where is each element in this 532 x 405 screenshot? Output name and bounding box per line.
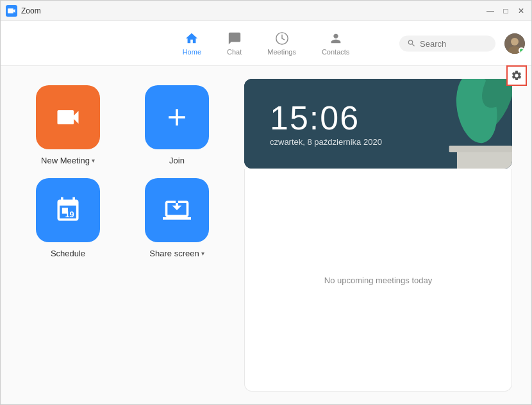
chat-tab-label: Chat (227, 48, 242, 56)
schedule-label: Schedule (51, 249, 85, 258)
chat-icon (228, 31, 242, 45)
titlebar-logo: Zoom (6, 5, 41, 17)
video-camera-icon (54, 103, 82, 131)
maximize-button[interactable]: □ (501, 6, 511, 16)
contacts-tab-label: Contacts (322, 48, 349, 56)
nav-tabs: Home Chat Meetings (170, 26, 363, 61)
schedule-item: 19 Schedule (20, 178, 116, 258)
share-screen-button[interactable] (145, 178, 209, 242)
share-screen-item: Share screen ▾ (129, 178, 225, 258)
share-screen-label: Share screen ▾ (149, 249, 204, 258)
navbar: Home Chat Meetings (1, 21, 531, 66)
share-screen-caret: ▾ (201, 250, 204, 257)
right-panel: 15:06 czwartek, 8 października 2020 No u… (244, 79, 512, 392)
join-label: Join (169, 156, 185, 165)
titlebar-controls: — □ ✕ (485, 6, 526, 16)
app-title: Zoom (21, 6, 41, 15)
clock-card: 15:06 czwartek, 8 października 2020 (244, 79, 512, 169)
upcoming-meetings-card: No upcoming meetings today (244, 169, 512, 392)
new-meeting-item: New Meeting ▾ (20, 85, 116, 165)
svg-text:19: 19 (65, 210, 74, 219)
search-icon (407, 39, 416, 48)
plus-icon (163, 103, 191, 131)
meetings-icon (275, 31, 289, 45)
avatar-wrap (504, 33, 525, 54)
join-button[interactable] (145, 85, 209, 149)
share-screen-icon (163, 196, 191, 224)
app-window: Zoom — □ ✕ Home Chat (0, 0, 532, 405)
clock-content: 15:06 czwartek, 8 października 2020 (270, 101, 382, 147)
contacts-icon (329, 31, 343, 45)
home-icon (185, 31, 199, 45)
zoom-logo-icon (6, 5, 17, 17)
gear-icon (511, 70, 522, 81)
tab-home[interactable]: Home (170, 26, 214, 61)
settings-button[interactable] (506, 65, 527, 86)
svg-point-3 (511, 38, 519, 45)
join-item: Join (129, 85, 225, 165)
new-meeting-button[interactable] (36, 85, 100, 149)
home-tab-label: Home (183, 48, 201, 56)
svg-rect-11 (449, 145, 512, 152)
new-meeting-label: New Meeting ▾ (41, 156, 95, 165)
calendar-icon: 19 (54, 196, 82, 224)
avatar[interactable] (504, 33, 525, 54)
online-status-dot (519, 47, 524, 53)
tab-contacts[interactable]: Contacts (309, 26, 362, 61)
search-input[interactable] (420, 38, 488, 48)
tab-chat[interactable]: Chat (214, 26, 254, 61)
minimize-button[interactable]: — (485, 6, 495, 16)
schedule-button[interactable]: 19 (36, 178, 100, 242)
actions-grid: New Meeting ▾ Join (20, 79, 225, 392)
main-content: New Meeting ▾ Join (1, 66, 531, 404)
close-button[interactable]: ✕ (516, 6, 526, 16)
titlebar: Zoom — □ ✕ (1, 1, 531, 21)
tab-meetings[interactable]: Meetings (254, 26, 309, 61)
clock-date: czwartek, 8 października 2020 (270, 137, 382, 147)
no-meetings-label: No upcoming meetings today (324, 276, 432, 285)
clock-time: 15:06 (270, 101, 382, 135)
new-meeting-caret: ▾ (92, 157, 95, 164)
search-bar (399, 35, 495, 51)
meetings-tab-label: Meetings (267, 48, 296, 56)
